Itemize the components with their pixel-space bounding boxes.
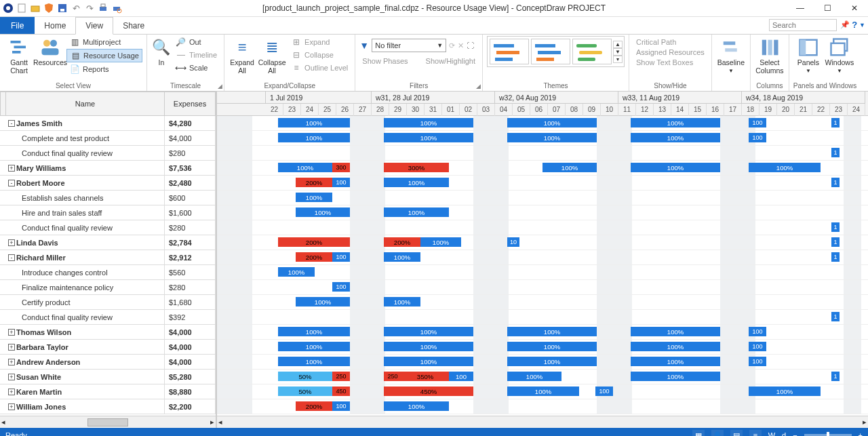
zoom-out-button[interactable]: 🔎Out (173, 36, 220, 48)
allocation-bar[interactable]: 100% (278, 267, 315, 277)
status-user-icon[interactable]: 👤 (711, 430, 724, 436)
status-list-icon[interactable]: ≡ (749, 430, 762, 436)
allocation-bar[interactable]: 100% (749, 163, 821, 172)
dialog-launcher-icon[interactable]: ◢ (218, 83, 222, 90)
allocation-bar[interactable]: 100% (296, 193, 332, 202)
scale-button[interactable]: ⟷Scale (173, 62, 220, 74)
allocation-bar[interactable]: 100% (507, 357, 597, 366)
allocation-bar[interactable]: 100% (296, 297, 350, 306)
allocation-bar[interactable]: 100% (420, 237, 461, 247)
allocation-bar[interactable]: 100% (278, 133, 350, 142)
allocation-bar[interactable]: 100% (749, 387, 821, 396)
pin-icon[interactable]: 📌 (840, 20, 850, 29)
resources-button[interactable]: Resources (35, 36, 65, 67)
gallery-more-icon[interactable]: ▾ (613, 56, 623, 63)
table-row[interactable]: -James Smith$4,280 (0, 116, 216, 131)
resource-usage-button[interactable]: ▤Resource Usage (66, 49, 142, 62)
allocation-bar[interactable]: 100 (749, 118, 766, 127)
open-icon[interactable] (30, 3, 41, 14)
new-icon[interactable] (16, 3, 27, 14)
allocation-bar[interactable]: 100% (296, 207, 350, 217)
shield-icon[interactable] (43, 3, 54, 14)
filter-settings-icon[interactable]: ⛶ (467, 41, 474, 49)
table-row[interactable]: +William Jones$2,200 (0, 399, 216, 414)
allocation-bar[interactable]: 100% (631, 372, 720, 381)
dialog-launcher-icon[interactable]: ◢ (476, 83, 481, 90)
status-icon[interactable]: ▦ (692, 430, 705, 436)
search-input[interactable] (769, 19, 837, 31)
critical-path-button[interactable]: Critical Path (633, 37, 707, 47)
allocation-bar[interactable]: 200% (278, 237, 350, 247)
table-row[interactable]: -Richard Miller$2,912 (0, 250, 216, 265)
show-phases-button[interactable]: Show Phases (359, 56, 410, 66)
allocation-bar[interactable]: 100% (631, 118, 720, 127)
allocation-bar[interactable]: 100% (278, 342, 350, 351)
allocation-bar[interactable]: 100% (631, 163, 720, 172)
zoom-in-icon[interactable]: + (859, 431, 863, 436)
allocation-bar[interactable]: 250 (332, 372, 350, 381)
toggle-icon[interactable]: + (8, 329, 15, 336)
expand-all-button[interactable]: ≡Expand All (229, 36, 256, 75)
allocation-bar[interactable]: 100% (278, 357, 350, 366)
dropdown-icon[interactable]: ▼ (859, 22, 865, 28)
allocation-bar[interactable]: 100% (384, 297, 420, 306)
theme-thumb[interactable] (572, 39, 612, 64)
allocation-bar[interactable]: 100% (631, 357, 720, 366)
collapse-all-button[interactable]: ≣Collapse All (257, 36, 287, 75)
reports-button[interactable]: 📄Reports (66, 63, 142, 75)
toggle-icon[interactable]: + (8, 165, 15, 172)
allocation-bar[interactable]: 350% (401, 372, 449, 381)
allocation-bar[interactable]: 100% (278, 163, 332, 172)
allocation-bar[interactable]: 300% (384, 163, 449, 172)
zoom-out-icon[interactable]: − (793, 431, 797, 436)
allocation-bar[interactable]: 250 (384, 372, 401, 381)
toggle-icon[interactable]: - (8, 254, 15, 261)
maximize-button[interactable]: ☐ (814, 0, 841, 16)
table-row[interactable]: Complete and test product$4,000 (0, 131, 216, 146)
toggle-icon[interactable]: + (8, 403, 15, 410)
filter-combo[interactable]: No filter▼ (372, 39, 446, 52)
toggle-icon[interactable]: - (8, 180, 15, 186)
theme-thumb[interactable] (490, 39, 529, 64)
tab-view[interactable]: View (75, 17, 113, 35)
allocation-bar[interactable]: 200% (384, 237, 420, 247)
allocation-bar[interactable]: 100% (507, 133, 597, 142)
allocation-bar[interactable]: 1 (831, 222, 840, 232)
allocation-bar[interactable]: 100% (384, 342, 473, 351)
scroll-right-icon[interactable]: ▸ (863, 418, 867, 427)
table-row[interactable]: Certify product$1,680 (0, 295, 216, 310)
toggle-icon[interactable]: - (8, 120, 15, 127)
scroll-thumb[interactable] (87, 418, 128, 427)
table-row[interactable]: Introduce changes control$560 (0, 265, 216, 280)
expand-button[interactable]: ⊞Expand (288, 36, 351, 48)
show-textboxes-button[interactable]: Show Text Boxes (633, 58, 707, 67)
allocation-bar[interactable]: 200% (296, 401, 332, 411)
allocation-bar[interactable]: 450% (384, 387, 473, 396)
allocation-bar[interactable]: 300 (332, 163, 350, 172)
allocation-bar[interactable]: 1 (831, 148, 840, 157)
allocation-bar[interactable]: 100% (384, 133, 473, 142)
allocation-bar[interactable]: 1 (831, 178, 840, 187)
gallery-down-icon[interactable]: ▼ (613, 48, 623, 56)
allocation-bar[interactable]: 100% (384, 252, 420, 262)
zoom-in-button[interactable]: 🔍In (151, 36, 172, 67)
allocation-bar[interactable]: 100% (542, 163, 597, 172)
multiproject-button[interactable]: ▥Multiproject (66, 36, 142, 48)
clear-filter-icon[interactable]: ✕ (458, 41, 464, 50)
scroll-right-icon[interactable]: ▸ (210, 418, 214, 427)
toggle-icon[interactable]: + (8, 359, 15, 365)
windows-button[interactable]: Windows▼ (825, 36, 854, 74)
scroll-left-icon[interactable]: ◂ (218, 418, 222, 427)
refresh-icon[interactable]: ⟳ (449, 41, 455, 50)
allocation-bar[interactable]: 450 (332, 387, 350, 396)
allocation-bar[interactable]: 100% (507, 372, 561, 381)
allocation-bar[interactable]: 1 (831, 312, 840, 321)
undo-icon[interactable]: ↶ (71, 3, 81, 14)
themes-gallery[interactable]: ▲ ▼ ▾ (487, 36, 625, 67)
theme-thumb[interactable] (531, 39, 570, 64)
allocation-bar[interactable]: 200% (296, 178, 332, 187)
print-icon[interactable] (98, 3, 108, 14)
tab-share[interactable]: Share (113, 17, 154, 34)
panels-button[interactable]: Panels▼ (793, 36, 823, 74)
allocation-bar[interactable]: 10 (507, 237, 519, 247)
